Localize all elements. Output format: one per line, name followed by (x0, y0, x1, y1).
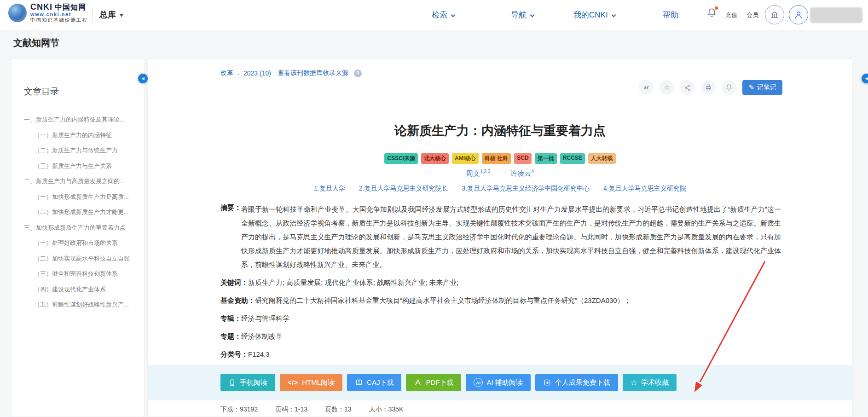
badge-rccse[interactable]: RCCSE (560, 153, 585, 164)
affiliation-link[interactable]: 2.复旦大学马克思主义研究院长 (359, 185, 448, 192)
recharge-link[interactable]: 充值 (725, 11, 737, 19)
page-range-stat: 页码：1-13 (275, 405, 307, 414)
html-read-button[interactable]: </> HTML阅读 (280, 374, 342, 391)
author-link[interactable]: 许凌云4 (510, 169, 534, 177)
journal-link[interactable]: 改革 (220, 69, 233, 77)
affiliation-link[interactable]: 1.复旦大学 (314, 185, 345, 192)
logo-brand-cn: 中国知网 (55, 3, 86, 11)
alert-bell-icon[interactable] (722, 80, 736, 95)
nav-search[interactable]: 检索 (432, 10, 455, 20)
affiliation-link[interactable]: 3.复旦大学马克思主义经济学中国化研究中心 (462, 185, 590, 192)
pdf-icon (414, 378, 422, 387)
book-icon (355, 378, 363, 387)
mobile-read-button[interactable]: 手机阅读 (220, 374, 275, 391)
toc-list: 一、新质生产力的内涵特征及其理论... （一）新质生产力的内涵特征 （二）新质生… (24, 116, 137, 317)
academic-favorite-button[interactable]: ☆ 学术收藏 (623, 374, 677, 391)
personal-free-download-button[interactable]: 个人成果免费下载 (535, 374, 618, 391)
star-icon: ☆ (631, 379, 637, 387)
toc-item[interactable]: （五）前瞻性谋划好战略性新兴产... (24, 301, 137, 317)
nav-navigation[interactable]: 导航 (511, 10, 534, 20)
caj-download-button[interactable]: CAJ下载 (347, 374, 401, 391)
album-label: 专辑： (220, 313, 241, 324)
badge-row: CSSCI来源 北大核心 AMI核心 科核 社科 SCD 第一批 RCCSE 人… (148, 153, 852, 164)
logo-brand: CNKI (30, 2, 52, 12)
take-note-button[interactable]: ✎ 记笔记 (742, 80, 782, 95)
right-panel-toggle[interactable]: ◀ (862, 74, 868, 83)
toc-item[interactable]: （三）健全和完善科技创新体系 (24, 270, 137, 286)
portal-selector[interactable]: 总库 (99, 9, 123, 20)
clc-label: 分类号： (220, 349, 248, 359)
action-band: 手机阅读 </> HTML阅读 CAJ下载 PDF下载 AI AI 辅助阅读 (148, 365, 852, 400)
chevron-down-icon (451, 13, 456, 17)
badge-ami-core[interactable]: AMI核心 (452, 153, 479, 164)
author-sup: 1,2,3 (480, 169, 490, 174)
issue-link[interactable]: 2023 (10) (243, 70, 271, 77)
collapse-left-icon: ◀ (141, 76, 144, 81)
affiliation-link[interactable]: 4.复旦大学马克思主义研究院 (603, 185, 686, 192)
toc-item[interactable]: （四）建设现代化产业体系 (24, 286, 137, 301)
album-field: 专辑： 经济与管理科学 (220, 313, 781, 324)
cnki-logo-text: CNKI中国知网 www.cnki.net 中国知识基础设施工程 (30, 2, 88, 23)
page-title: 文献知网节 (13, 37, 59, 49)
author-link[interactable]: 周文1,2,3 (466, 169, 490, 177)
pdf-download-button[interactable]: PDF下载 (406, 374, 461, 391)
ai-assist-read-button[interactable]: AI AI 辅助阅读 (466, 374, 530, 391)
username-redacted[interactable] (810, 7, 862, 23)
article-title: 论新质生产力：内涵特征与重要着力点 (148, 122, 852, 139)
ai-icon: AI (474, 378, 483, 387)
abstract-field: 摘要： 着眼于新一轮科技革命和产业变革、大国竞争加剧以及我国经济发展方式转型形成… (220, 203, 781, 272)
print-icon[interactable] (701, 80, 716, 95)
institution-icon[interactable] (765, 5, 784, 24)
toc-item[interactable]: （三）新质生产力与生产关系 (24, 162, 137, 178)
fund-label: 基金资助： (220, 295, 255, 306)
share-icon[interactable] (680, 80, 695, 95)
header-divider (92, 8, 93, 23)
notification-bell-icon[interactable] (706, 7, 718, 19)
article-card: 改革 ． 2023 (10) 查看该刊数据库收录来源 ? “ ☆ ✎ 记笔记 (147, 58, 853, 417)
downloads-stat: 下载：93192 (220, 405, 258, 414)
nav-help[interactable]: 帮助 (663, 10, 678, 20)
abstract-text: 着眼于新一轮科技革命和产业变革、大国竞争加剧以及我国经济发展方式转型形成的历史性… (241, 203, 781, 272)
favorite-star-icon[interactable]: ☆ (660, 80, 674, 95)
badge-renda-reprint[interactable]: 人大转载 (588, 153, 616, 164)
author-sup: 4 (531, 169, 534, 174)
toc-item[interactable]: （一）处理好政府和市场的关系 (24, 239, 137, 255)
logo-tagline: 中国知识基础设施工程 (30, 17, 88, 23)
chevron-down-icon (530, 13, 535, 17)
toc-item[interactable]: 一、新质生产力的内涵特征及其理论... (24, 116, 137, 132)
caret-down-icon (120, 14, 123, 19)
nav-my-cnki[interactable]: 我的CNKI (573, 10, 615, 20)
toc-item[interactable]: （一）新质生产力的内涵特征 (24, 132, 137, 147)
collapse-left-icon: ◀ (865, 76, 868, 81)
db-source-link[interactable]: 查看该刊数据库收录来源 (278, 69, 348, 77)
cite-icon[interactable]: “ (639, 80, 654, 95)
topic-field: 专题： 经济体制改革 (220, 331, 781, 342)
clc-value: F124.3 (248, 349, 781, 359)
badge-beida-core[interactable]: 北大核心 (421, 153, 449, 164)
toc-item[interactable]: 三、加快形成新质生产力的重要着力点 (24, 224, 137, 240)
member-link[interactable]: 会员 (746, 11, 758, 19)
badge-kehe-sheke[interactable]: 科核 社科 (482, 153, 511, 164)
affiliation-row: 1.复旦大学 2.复旦大学马克思主义研究院长 3.复旦大学马克思主义经济学中国化… (148, 185, 852, 193)
topic-value: 经济体制改革 (241, 331, 781, 342)
toc-item[interactable]: （二）新质生产力与传统生产力 (24, 147, 137, 162)
toc-item[interactable]: （一）加快形成新质生产力是高质... (24, 193, 137, 209)
toc-item[interactable]: （二）加快实现高水平科技自立自强 (24, 255, 137, 271)
cnki-logo[interactable]: CNKI中国知网 www.cnki.net 中国知识基础设施工程 (8, 2, 88, 23)
toc-item[interactable]: 二、新质生产力与高质量发展之间的... (24, 178, 137, 193)
topic-label: 专题： (220, 331, 241, 342)
toc-item[interactable]: （二）加快形成新质生产力才能更... (24, 208, 137, 224)
meta-fields: 摘要： 着眼于新一轮科技革命和产业变革、大国竞争加剧以及我国经济发展方式转型形成… (220, 203, 781, 367)
pencil-icon: ✎ (748, 83, 754, 92)
logo-url: www.cnki.net (30, 12, 88, 17)
fund-value[interactable]: 研究阐释党的二十大精神国家社科基金重大项目“构建高水平社会主义市场经济体制的目标… (255, 295, 781, 306)
sidebar-collapse-toggle[interactable]: ◀ (138, 74, 148, 83)
journal-separator: ． (235, 69, 242, 77)
user-account-icon[interactable] (789, 5, 808, 24)
badge-scd[interactable]: SCD (514, 153, 531, 164)
help-icon[interactable]: ? (354, 70, 362, 77)
badge-first-batch[interactable]: 第一批 (535, 153, 557, 164)
keywords-value[interactable]: 新质生产力; 高质量发展; 现代化产业体系; 战略性新兴产业; 未来产业; (248, 278, 781, 288)
fund-field: 基金资助： 研究阐释党的二十大精神国家社科基金重大项目“构建高水平社会主义市场经… (220, 295, 781, 306)
badge-cssci[interactable]: CSSCI来源 (384, 153, 418, 164)
